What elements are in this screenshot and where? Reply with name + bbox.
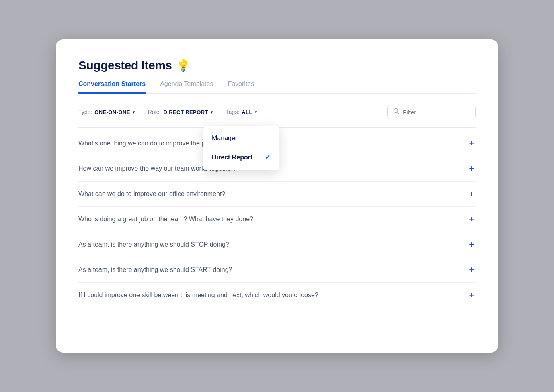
dropdown-item-direct-report-label: Direct Report — [212, 154, 252, 161]
list-item: As a team, is there anything we should S… — [78, 257, 476, 283]
add-item-button-2[interactable]: + — [467, 164, 476, 173]
tags-filter-group: Tags: ALL ▾ — [226, 109, 257, 115]
tags-filter-button[interactable]: ALL ▾ — [242, 109, 257, 115]
main-card: Suggested Items 💡 Conversation Starters … — [56, 39, 498, 353]
filter-search-box — [387, 105, 476, 119]
svg-line-1 — [398, 112, 399, 114]
item-text: Who is doing a great job on the team? Wh… — [78, 216, 461, 223]
list-item: Who is doing a great job on the team? Wh… — [78, 207, 476, 232]
search-icon — [393, 108, 400, 116]
role-label: Role: — [148, 109, 161, 115]
add-item-button-7[interactable]: + — [467, 291, 476, 300]
add-item-button-4[interactable]: + — [467, 215, 476, 224]
tab-agenda-templates[interactable]: Agenda Templates — [160, 80, 213, 94]
type-label: Type: — [78, 109, 92, 115]
item-text: What can we do to improve our office env… — [78, 190, 461, 198]
add-item-button-6[interactable]: + — [467, 265, 476, 274]
add-item-button-5[interactable]: + — [467, 240, 476, 249]
filters-row: Type: ONE-ON-ONE ▾ Role: DIRECT REPORT ▾… — [78, 105, 476, 128]
type-chevron-icon: ▾ — [133, 110, 135, 115]
lightbulb-icon: 💡 — [176, 59, 190, 72]
tags-value: ALL — [242, 109, 252, 115]
list-item: If I could improve one skill between thi… — [78, 283, 476, 308]
add-item-button-1[interactable]: + — [467, 139, 476, 148]
type-filter-button[interactable]: ONE-ON-ONE ▾ — [94, 109, 135, 115]
check-icon: ✓ — [265, 153, 271, 161]
role-chevron-icon: ▾ — [211, 110, 213, 115]
list-item: What can we do to improve our office env… — [78, 182, 476, 207]
role-filter-group: Role: DIRECT REPORT ▾ — [148, 109, 213, 115]
role-dropdown: Manager Direct Report ✓ — [203, 126, 279, 170]
add-item-button-3[interactable]: + — [467, 190, 476, 198]
role-filter-button[interactable]: DIRECT REPORT ▾ — [163, 109, 213, 115]
filter-input[interactable] — [403, 109, 470, 116]
type-filter-group: Type: ONE-ON-ONE ▾ — [78, 109, 135, 115]
page-title: Suggested Items — [78, 59, 172, 72]
item-text: As a team, is there anything we should S… — [78, 266, 461, 274]
item-text: As a team, is there anything we should S… — [78, 241, 461, 248]
dropdown-item-direct-report[interactable]: Direct Report ✓ — [203, 147, 279, 167]
role-value: DIRECT REPORT — [163, 109, 208, 115]
page-title-area: Suggested Items 💡 — [78, 59, 476, 72]
item-text: If I could improve one skill between thi… — [78, 292, 461, 299]
type-value: ONE-ON-ONE — [94, 109, 130, 115]
list-item: As a team, is there anything we should S… — [78, 232, 476, 257]
tags-label: Tags: — [226, 109, 239, 115]
tab-conversation-starters[interactable]: Conversation Starters — [78, 80, 146, 94]
tags-chevron-icon: ▾ — [255, 110, 257, 115]
dropdown-item-manager[interactable]: Manager — [203, 129, 279, 147]
tab-favorites[interactable]: Favorites — [228, 80, 254, 94]
dropdown-item-manager-label: Manager — [212, 135, 237, 142]
tabs-bar: Conversation Starters Agenda Templates F… — [78, 80, 476, 94]
